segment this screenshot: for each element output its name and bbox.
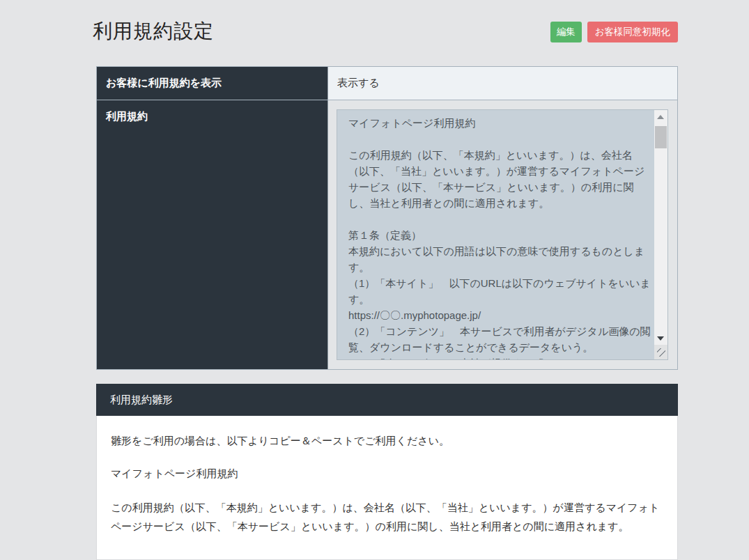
terms-textarea-content: マイフォトページ利用規約 この利用規約（以下、「本規約」といいます。）は、会社名… (337, 110, 654, 359)
terms-textarea[interactable]: マイフォトページ利用規約 この利用規約（以下、「本規約」といいます。）は、会社名… (337, 109, 668, 360)
template-title: マイフォトページ利用規約 (111, 465, 663, 482)
textarea-resize-grip-icon[interactable] (654, 345, 667, 359)
scroll-up-button[interactable] (654, 110, 667, 123)
row-label-terms: 利用規約 (97, 100, 328, 369)
page-title: 利用規約設定 (93, 18, 214, 45)
template-panel-heading: 利用規約雛形 (96, 384, 678, 416)
table-row-terms: 利用規約 マイフォトページ利用規約 この利用規約（以下、「本規約」といいます。）… (97, 100, 677, 369)
header-actions: 編集 お客様同意初期化 (550, 22, 678, 42)
row-value-terms: マイフォトページ利用規約 この利用規約（以下、「本規約」といいます。）は、会社名… (328, 100, 677, 369)
reset-customer-consent-button[interactable]: お客様同意初期化 (587, 22, 678, 42)
terms-scrollbar[interactable] (654, 110, 667, 345)
scroll-down-arrow-icon (657, 336, 664, 341)
template-instruction: 雛形をご利用の場合は、以下よりコピー＆ペーストでご利用ください。 (111, 433, 663, 449)
settings-table: お客様に利用規約を表示 表示する 利用規約 マイフォトページ利用規約 この利用規… (96, 66, 678, 370)
scrollbar-thumb[interactable] (655, 126, 667, 148)
template-panel-body: 雛形をご利用の場合は、以下よりコピー＆ペーストでご利用ください。 マイフォトペー… (96, 416, 678, 560)
scroll-up-arrow-icon (657, 115, 664, 119)
table-row-display-terms: お客様に利用規約を表示 表示する (97, 67, 677, 100)
page-header: 利用規約設定 編集 お客様同意初期化 (93, 18, 678, 45)
template-body-text: この利用規約（以下、「本規約」といいます。）は、会社名（以下、「当社」といいます… (111, 498, 663, 536)
row-value-display-terms: 表示する (328, 67, 677, 100)
scroll-down-button[interactable] (654, 332, 667, 345)
terms-template-panel: 利用規約雛形 雛形をご利用の場合は、以下よりコピー＆ペーストでご利用ください。 … (96, 384, 678, 560)
terms-settings-page: 利用規約設定 編集 お客様同意初期化 お客様に利用規約を表示 表示する 利用規約… (0, 0, 749, 560)
row-label-display-terms: お客様に利用規約を表示 (97, 67, 328, 100)
edit-button[interactable]: 編集 (550, 22, 582, 42)
